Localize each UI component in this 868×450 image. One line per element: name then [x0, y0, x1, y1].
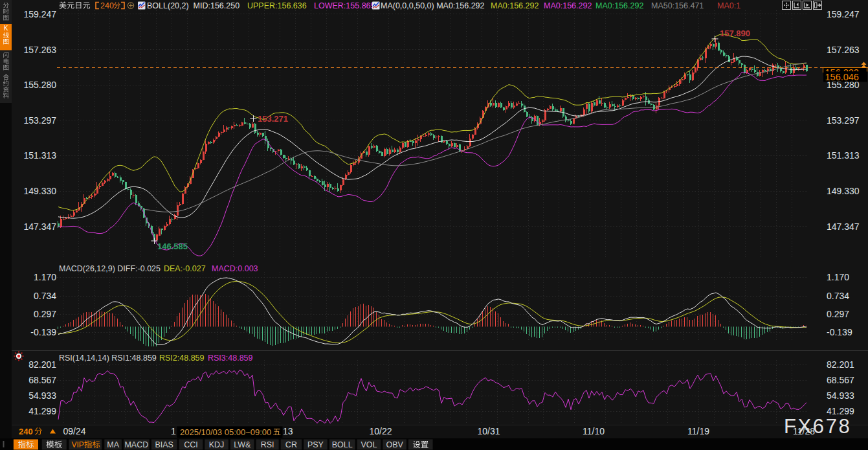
svg-text:82.201: 82.201: [28, 359, 56, 370]
svg-text:BOLL(20,2) MID:156.250: BOLL(20,2) MID:156.250: [147, 1, 239, 10]
svg-text:157.263: 157.263: [827, 45, 860, 55]
svg-text:FX678: FX678: [784, 415, 851, 438]
svg-text:KDJ: KDJ: [209, 440, 225, 449]
svg-text:54.933: 54.933: [28, 390, 56, 401]
svg-text:68.567: 68.567: [28, 375, 56, 385]
svg-text:RSI2:48.859: RSI2:48.859: [159, 354, 205, 363]
svg-text:11/10: 11/10: [583, 426, 605, 436]
svg-text:MACD: MACD: [124, 440, 148, 449]
svg-text:10/31: 10/31: [477, 426, 500, 436]
svg-text:149.330: 149.330: [827, 186, 860, 196]
svg-text:10/22: 10/22: [369, 426, 392, 436]
svg-text:RSI(14,14,14) RSI1:48.859: RSI(14,14,14) RSI1:48.859: [59, 354, 157, 363]
svg-text:147.347: 147.347: [827, 221, 860, 232]
svg-text:MA50:156.471: MA50:156.471: [651, 1, 704, 10]
svg-text:146.585: 146.585: [157, 242, 188, 251]
svg-text:MACD(26,12,9) DIFF:-0.025: MACD(26,12,9) DIFF:-0.025: [59, 264, 161, 273]
svg-text:149.330: 149.330: [23, 186, 56, 196]
svg-text:CCI: CCI: [184, 440, 198, 449]
svg-text:0.297: 0.297: [34, 309, 56, 319]
svg-text:157.890: 157.890: [720, 28, 750, 38]
svg-text:240: 240: [100, 1, 114, 10]
svg-text:155.280: 155.280: [23, 80, 56, 90]
svg-text:153.271: 153.271: [258, 114, 288, 124]
svg-text:OBV: OBV: [386, 440, 403, 449]
svg-text:CR: CR: [285, 440, 297, 449]
svg-text:153.297: 153.297: [23, 115, 56, 126]
svg-text:147.347: 147.347: [23, 221, 56, 232]
svg-text:-0.139: -0.139: [30, 327, 56, 337]
svg-text:RSI: RSI: [261, 440, 274, 449]
svg-text:2025/10/03 05:00~09:00: 2025/10/03 05:00~09:00: [180, 427, 271, 437]
svg-text:68.567: 68.567: [827, 375, 854, 385]
svg-text:MA: MA: [107, 440, 119, 449]
svg-text:DEA:-0.027: DEA:-0.027: [164, 264, 206, 273]
svg-text:1.170: 1.170: [827, 272, 849, 282]
svg-text:0.734: 0.734: [827, 291, 849, 301]
svg-text:82.201: 82.201: [827, 359, 854, 370]
svg-text:09/24: 09/24: [63, 426, 85, 436]
svg-text:MA0:156.292: MA0:156.292: [595, 1, 643, 10]
svg-text:153.297: 153.297: [827, 115, 860, 126]
svg-text:11/19: 11/19: [687, 426, 709, 436]
svg-text:1.170: 1.170: [34, 272, 56, 282]
svg-text:LOWER:155.865: LOWER:155.865: [314, 1, 375, 10]
svg-text:159.247: 159.247: [23, 9, 56, 19]
svg-text:MA(0,0,0,50,0) MA0:156.292: MA(0,0,0,50,0) MA0:156.292: [381, 1, 485, 10]
svg-text:240: 240: [19, 427, 33, 436]
svg-text:1: 1: [171, 426, 176, 436]
svg-text:0.297: 0.297: [827, 309, 849, 319]
svg-text:159.247: 159.247: [827, 9, 860, 19]
svg-text:151.313: 151.313: [827, 150, 860, 161]
svg-text:VOL: VOL: [361, 440, 377, 449]
svg-text:41.299: 41.299: [28, 406, 56, 416]
svg-text:RSI3:48.859: RSI3:48.859: [208, 354, 253, 363]
svg-text:LW&: LW&: [234, 440, 251, 449]
svg-text:UPPER:156.636: UPPER:156.636: [247, 1, 307, 10]
svg-text:MA0:156.292: MA0:156.292: [491, 1, 539, 10]
svg-text:BIAS: BIAS: [155, 440, 173, 449]
svg-text:54.933: 54.933: [827, 390, 854, 401]
svg-text:MACD:0.003: MACD:0.003: [212, 264, 258, 273]
svg-text:MA0:1: MA0:1: [717, 1, 740, 10]
svg-text:157.263: 157.263: [23, 45, 56, 55]
svg-text:MA0:156.292: MA0:156.292: [544, 1, 592, 10]
svg-text:156.046: 156.046: [825, 72, 859, 82]
svg-text:PSY: PSY: [307, 440, 324, 449]
svg-text:151.313: 151.313: [23, 150, 56, 161]
svg-text:13: 13: [283, 426, 293, 436]
svg-text:0.734: 0.734: [34, 291, 56, 301]
svg-text:BOLL: BOLL: [332, 440, 353, 449]
svg-text:K: K: [4, 25, 8, 32]
svg-text:-0.139: -0.139: [827, 327, 852, 337]
svg-text:VIP: VIP: [72, 440, 84, 449]
